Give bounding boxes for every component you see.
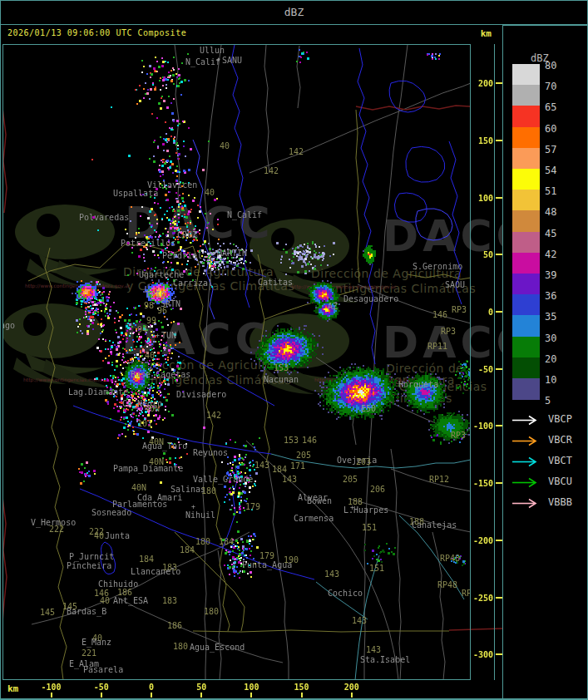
map-label: RP12 <box>429 476 449 484</box>
vector-row: VBCR <box>511 434 541 446</box>
map-label: Nihuil <box>185 511 215 520</box>
map-label: 40 <box>94 532 104 540</box>
map-label: 179 <box>245 503 260 511</box>
map-label: 143 <box>254 461 269 470</box>
map-label: RP3 <box>441 328 456 336</box>
map-label: N_Calif <box>227 211 262 219</box>
map-label: 101 <box>137 420 152 428</box>
map-label: E_Manz <box>82 638 111 647</box>
map-label: 171 <box>290 462 305 471</box>
scale-band <box>512 232 540 254</box>
map-label: SANU <box>222 57 242 65</box>
map-label: E50 <box>361 405 376 413</box>
map-label: Carrizal <box>173 279 213 288</box>
x-tick <box>351 693 353 698</box>
timestamp-label: 2026/01/13 09:06:00 UTC Composite <box>7 28 186 37</box>
map-label: 142 <box>289 148 304 156</box>
x-tick <box>200 693 202 698</box>
vector-arrow-icon <box>511 498 541 509</box>
map-label: 99 <box>146 317 156 325</box>
map-label: Sosneado <box>91 509 131 517</box>
y-tick-label: -300 <box>473 650 493 659</box>
map-label: Punta_Agua <box>242 561 292 569</box>
dbz-color-scale: 807065605754514845423936353020105 <box>503 26 587 700</box>
x-tick-label: 200 <box>344 683 359 692</box>
map-label: 205 <box>343 476 358 484</box>
map-label: 40N <box>145 405 160 413</box>
map-label: 143 <box>352 617 367 625</box>
map-label: 184 <box>180 546 195 555</box>
map-label: 180 <box>195 538 210 546</box>
vector-label: VBCP <box>548 413 572 425</box>
scale-threshold-label: 42 <box>545 249 556 260</box>
map-label: + <box>350 505 354 511</box>
map-label: Canalejas <box>412 521 457 530</box>
scale-threshold-label: 48 <box>545 207 556 219</box>
map-label: 180 <box>173 643 188 651</box>
vector-label: VBCU <box>548 476 572 487</box>
y-tick-label: -200 <box>473 535 493 545</box>
y-tick-label: -250 <box>473 593 493 602</box>
map-label: 143 <box>282 476 297 484</box>
map-label: + <box>156 333 160 339</box>
map-label: Lag.Diamante <box>68 388 128 397</box>
map-label: 40 <box>145 352 155 360</box>
map-label: AZ <box>328 303 338 311</box>
y-tick-label: -150 <box>473 479 493 488</box>
y-tick-label: -100 <box>473 421 493 431</box>
x-axis: km -100-50050100150200 <box>1 681 502 700</box>
map-label: 40 <box>220 142 230 150</box>
x-tick-label: 50 <box>196 683 206 692</box>
map-label: Reyunos <box>193 449 228 457</box>
scale-band <box>512 169 540 190</box>
map-label: 221 <box>82 649 96 658</box>
scale-threshold-label: 36 <box>545 290 556 302</box>
map-label: 186 <box>167 622 182 630</box>
x-tick <box>51 693 52 698</box>
scale-threshold-label: 60 <box>545 123 556 135</box>
map-label: Cochico <box>328 589 363 598</box>
radar-app-window: dBZ 2026/01/13 09:06:00 UTC Composite km… <box>0 0 588 700</box>
map-label: P_Jurncit <box>69 553 114 561</box>
map-label: 40N <box>131 484 146 492</box>
status-bar: 2026/01/13 09:06:00 UTC Composite km <box>1 25 502 44</box>
map-label: Valle_Grande <box>193 476 253 484</box>
x-tick-label: 100 <box>244 683 259 692</box>
scale-threshold-label: 65 <box>545 102 556 114</box>
map-label: 153 <box>284 436 299 445</box>
map-label: CRUZ <box>177 231 197 239</box>
vector-label: VBCR <box>548 434 572 446</box>
x-tick <box>250 693 252 698</box>
page-title: dBZ <box>284 6 304 18</box>
x-tick <box>301 693 303 698</box>
map-label: Carmensa <box>294 515 334 523</box>
vector-label: VBBB <box>548 496 572 508</box>
y-axis-unit-label: km <box>481 28 492 39</box>
vector-arrow-icon <box>511 436 541 446</box>
scale-threshold-label: 20 <box>545 353 556 365</box>
x-tick <box>101 693 102 698</box>
scale-threshold-label: 54 <box>545 165 556 176</box>
y-axis: 200150100500-50-100-150-200-250-300 <box>471 44 504 680</box>
scale-band <box>512 357 540 379</box>
map-label: MARTIN <box>217 249 247 258</box>
scale-band <box>512 148 540 170</box>
map-label: 180 <box>204 608 219 616</box>
map-label: Potrerillos <box>121 239 175 248</box>
map-label: 40 <box>100 597 110 605</box>
map-label: 143 <box>366 646 381 654</box>
map-label: 183 <box>162 597 177 605</box>
x-axis-unit-label: km <box>7 683 18 694</box>
x-tick-label: 150 <box>294 683 309 692</box>
map-label: Pasarela <box>83 666 123 674</box>
x-tick-label: -50 <box>94 683 109 692</box>
map-label: Junta <box>105 532 130 540</box>
window-edge <box>0 0 1 700</box>
map-label: Llancanelo <box>131 568 180 576</box>
scale-threshold-label: 51 <box>545 185 556 197</box>
map-label: 142 <box>206 412 221 420</box>
map-label: Uspallata <box>113 190 158 198</box>
vector-arrow-icon <box>511 415 541 426</box>
scale-threshold-label: 80 <box>545 60 556 71</box>
x-tick-label: 0 <box>149 683 154 692</box>
